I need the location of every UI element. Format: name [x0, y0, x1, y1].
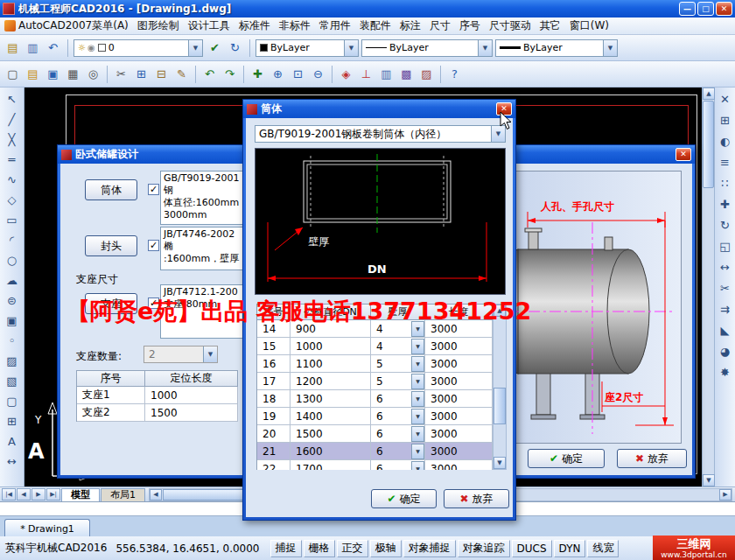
cylinder-spec-text[interactable]: GB/T9019-2001钢 体直径:1600mm 3000mm: [160, 171, 248, 225]
wall-thickness-dropdown[interactable]: [411, 339, 424, 354]
menu-item-13[interactable]: 窗口(W): [565, 17, 613, 35]
chamfer-icon[interactable]: ◣: [716, 320, 735, 340]
offset-icon[interactable]: ≡: [716, 152, 735, 172]
cylinder-button[interactable]: 筒体: [85, 179, 137, 200]
copy-icon[interactable]: ⊞: [132, 65, 150, 83]
menu-item-2[interactable]: 图形绘制: [133, 17, 184, 35]
text-icon[interactable]: A: [3, 431, 22, 451]
cylinder-table-row[interactable]: 16110053000: [257, 355, 493, 373]
menu-item-12[interactable]: 其它: [536, 17, 565, 35]
circle-icon[interactable]: ○: [3, 250, 22, 270]
plot-preview-icon[interactable]: ◎: [84, 65, 102, 83]
cancel-button[interactable]: 放弃: [444, 489, 509, 508]
scroll-up-icon[interactable]: [703, 88, 715, 100]
combo-arrow-icon[interactable]: [478, 40, 492, 56]
rectangle-icon[interactable]: ▭: [3, 210, 22, 229]
status-toggle-栅格[interactable]: 栅格: [304, 540, 335, 557]
region-icon[interactable]: ▢: [3, 391, 22, 410]
cylinder-table-row[interactable]: 15100043000: [257, 338, 493, 355]
status-toggle-对象追踪[interactable]: 对象追踪: [458, 540, 510, 557]
layer-combo[interactable]: ☼◉ 0: [74, 39, 203, 57]
linetype-combo[interactable]: ByLayer: [361, 39, 493, 57]
table-icon[interactable]: ⊞: [3, 411, 22, 430]
tab-last-icon[interactable]: [46, 488, 60, 500]
erase-icon[interactable]: ✕: [716, 89, 735, 108]
rotate-icon[interactable]: ↻: [716, 215, 735, 234]
support-count-combo[interactable]: 2: [144, 346, 218, 363]
cylinder-checkbox[interactable]: [148, 184, 159, 195]
select-icon[interactable]: ↖: [3, 89, 22, 108]
copy-object-icon[interactable]: ⊞: [716, 110, 735, 130]
gradient-icon[interactable]: ▧: [3, 371, 22, 390]
match-properties-icon[interactable]: ✎: [172, 65, 191, 83]
scroll-down-icon[interactable]: [494, 457, 506, 469]
new-icon[interactable]: ▢: [4, 65, 22, 83]
explode-icon[interactable]: ✸: [716, 362, 735, 382]
layer-states-icon[interactable]: ▥: [24, 38, 42, 57]
zoom-window-icon[interactable]: ⊡: [289, 65, 307, 83]
layer-lock-icon[interactable]: ◉: [88, 43, 95, 52]
line-icon[interactable]: ╱: [3, 109, 22, 129]
standard-combo[interactable]: GB/T9019-2001钢板卷制筒体（内径）: [255, 125, 506, 143]
scroll-down-icon[interactable]: [703, 474, 715, 486]
wall-thickness-dropdown[interactable]: [411, 461, 424, 471]
fillet-icon[interactable]: ◕: [716, 341, 735, 360]
zoom-previous-icon[interactable]: ⊖: [309, 65, 327, 83]
ellipse-icon[interactable]: ⊜: [3, 290, 22, 310]
multiline-icon[interactable]: ═: [3, 150, 22, 169]
menu-item-7[interactable]: 装配件: [355, 17, 396, 35]
array-icon[interactable]: ∷: [716, 173, 735, 192]
tab-model[interactable]: 模型: [61, 488, 100, 501]
redo-icon[interactable]: ↷: [220, 65, 239, 83]
combo-arrow-icon[interactable]: [188, 40, 202, 56]
insert-block-icon[interactable]: ▣: [3, 311, 22, 330]
pan-icon[interactable]: ✚: [248, 65, 267, 83]
make-current-layer-icon[interactable]: ✔: [206, 38, 224, 57]
tool-palettes-icon[interactable]: ▨: [417, 65, 436, 83]
cylinder-table-row[interactable]: 17120053000: [257, 373, 493, 390]
open-icon[interactable]: ▤: [24, 65, 42, 83]
ucs-icon[interactable]: ⊥: [357, 65, 375, 83]
status-toggle-对象捕捉[interactable]: 对象捕捉: [403, 540, 456, 557]
wall-thickness-dropdown[interactable]: [411, 391, 424, 407]
ok-button[interactable]: 确定: [528, 449, 605, 468]
combo-arrow-icon[interactable]: [344, 40, 358, 56]
restore-button[interactable]: [697, 2, 714, 16]
dialog-close-button[interactable]: [676, 148, 691, 161]
menu-item-9[interactable]: 尺寸: [425, 17, 455, 35]
trim-icon[interactable]: ✂: [716, 278, 735, 298]
stretch-icon[interactable]: ↔: [716, 257, 735, 276]
menu-item-10[interactable]: 序号: [455, 17, 485, 35]
status-toggle-极轴[interactable]: 极轴: [370, 540, 402, 557]
scroll-left-icon[interactable]: [150, 489, 162, 500]
close-button[interactable]: [716, 2, 732, 16]
combo-arrow-icon[interactable]: [603, 40, 617, 56]
save-icon[interactable]: ▣: [44, 65, 62, 83]
extend-icon[interactable]: ⇉: [716, 299, 735, 318]
layer-on-icon[interactable]: ☼: [78, 43, 86, 52]
point-icon[interactable]: ◦: [3, 331, 22, 350]
dialog-title-bar[interactable]: 筒体: [243, 100, 515, 118]
status-toggle-DUCS[interactable]: DUCS: [512, 540, 552, 557]
cut-icon[interactable]: ✂: [112, 65, 130, 83]
head-button[interactable]: 封头: [85, 235, 137, 256]
menu-item-11[interactable]: 尺寸驱动: [485, 17, 536, 35]
revision-cloud-icon[interactable]: ☁: [3, 270, 22, 290]
design-center-icon[interactable]: ▩: [397, 65, 416, 83]
layer-update-icon[interactable]: ↻: [226, 38, 244, 57]
snap-settings-icon[interactable]: ◈: [337, 65, 355, 83]
document-tab[interactable]: * Drawing1: [4, 519, 90, 537]
menu-item-8[interactable]: 标注: [396, 17, 425, 35]
layer-previous-icon[interactable]: ↶: [44, 38, 62, 57]
vertical-scroll-thumb[interactable]: [703, 101, 714, 188]
status-toggle-线宽[interactable]: 线宽: [587, 540, 619, 557]
table-scrollbar[interactable]: [493, 304, 507, 470]
cylinder-table-row[interactable]: 19140063000: [257, 408, 493, 425]
support-table-row[interactable]: 支座21500: [77, 404, 238, 422]
status-toggle-DYN[interactable]: DYN: [554, 540, 586, 557]
tab-prev-icon[interactable]: [17, 488, 31, 500]
properties-palette-icon[interactable]: ▥: [377, 65, 396, 83]
tab-layout1[interactable]: 布局1: [101, 488, 145, 501]
menu-item-1[interactable]: AutoCAD2007菜单(A): [0, 17, 133, 35]
scroll-right-icon[interactable]: [719, 489, 732, 500]
